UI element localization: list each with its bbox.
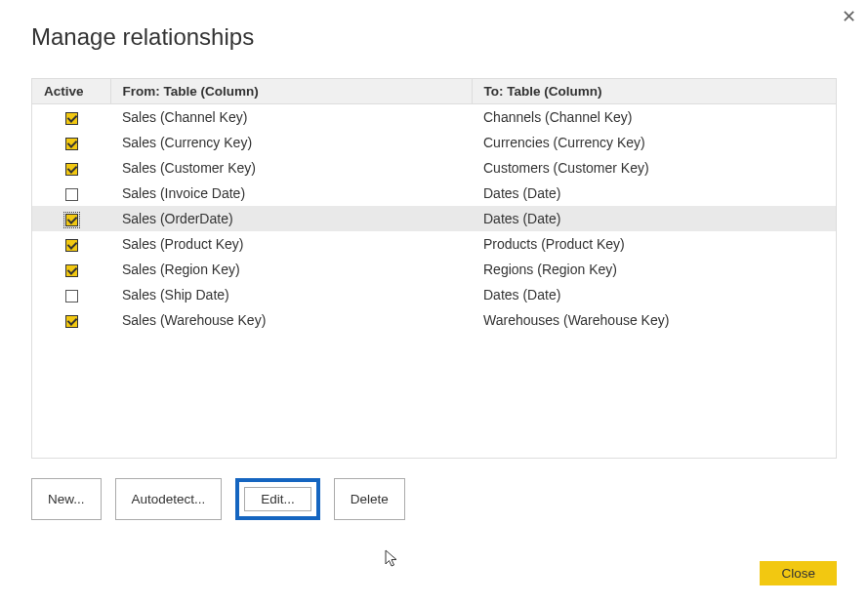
table-row[interactable]: Sales (Customer Key)Customers (Customer … <box>32 155 836 181</box>
from-cell: Sales (Customer Key) <box>110 155 472 181</box>
autodetect-button[interactable]: Autodetect... <box>115 478 223 520</box>
from-cell: Sales (Region Key) <box>110 257 472 282</box>
to-cell: Dates (Date) <box>472 206 836 231</box>
to-cell: Products (Product Key) <box>472 231 836 257</box>
from-cell: Sales (Currency Key) <box>110 130 472 155</box>
to-cell: Customers (Customer Key) <box>472 155 836 181</box>
to-cell: Currencies (Currency Key) <box>472 130 836 155</box>
relationships-table: Active From: Table (Column) To: Table (C… <box>31 78 837 459</box>
table-row[interactable]: Sales (Region Key)Regions (Region Key) <box>32 257 836 282</box>
dialog-title: Manage relationships <box>0 0 868 51</box>
from-cell: Sales (Invoice Date) <box>110 181 472 206</box>
edit-highlight: Edit... <box>235 478 320 520</box>
close-button[interactable]: Close <box>760 561 837 585</box>
from-cell: Sales (Product Key) <box>110 231 472 257</box>
table-row[interactable]: Sales (Currency Key)Currencies (Currency… <box>32 130 836 155</box>
table-row[interactable]: Sales (Invoice Date)Dates (Date) <box>32 181 836 206</box>
to-cell: Warehouses (Warehouse Key) <box>472 307 836 333</box>
from-cell: Sales (Warehouse Key) <box>110 307 472 333</box>
active-checkbox[interactable] <box>65 315 78 328</box>
col-header-from[interactable]: From: Table (Column) <box>110 79 472 104</box>
new-button[interactable]: New... <box>31 478 102 520</box>
to-cell: Channels (Channel Key) <box>472 104 836 131</box>
to-cell: Dates (Date) <box>472 181 836 206</box>
table-row[interactable]: Sales (Channel Key)Channels (Channel Key… <box>32 104 836 131</box>
edit-button[interactable]: Edit... <box>244 487 311 511</box>
cursor-icon <box>385 549 400 569</box>
active-checkbox[interactable] <box>65 188 78 201</box>
from-cell: Sales (OrderDate) <box>110 206 472 231</box>
active-checkbox[interactable] <box>65 239 78 252</box>
active-checkbox[interactable] <box>65 163 78 176</box>
active-checkbox[interactable] <box>65 112 78 125</box>
active-checkbox[interactable] <box>65 138 78 150</box>
to-cell: Regions (Region Key) <box>472 257 836 282</box>
button-row: New... Autodetect... Edit... Delete <box>31 478 837 520</box>
active-checkbox[interactable] <box>65 290 78 302</box>
table-row[interactable]: Sales (Ship Date)Dates (Date) <box>32 282 836 307</box>
table-row[interactable]: Sales (Warehouse Key)Warehouses (Warehou… <box>32 307 836 333</box>
close-icon[interactable]: ✕ <box>842 6 856 27</box>
col-header-active[interactable]: Active <box>32 79 110 104</box>
from-cell: Sales (Channel Key) <box>110 104 472 131</box>
col-header-to[interactable]: To: Table (Column) <box>472 79 836 104</box>
table-row[interactable]: Sales (OrderDate)Dates (Date) <box>32 206 836 231</box>
delete-button[interactable]: Delete <box>334 478 405 520</box>
active-checkbox[interactable] <box>65 214 78 226</box>
to-cell: Dates (Date) <box>472 282 836 307</box>
active-checkbox[interactable] <box>65 264 78 277</box>
table-row[interactable]: Sales (Product Key)Products (Product Key… <box>32 231 836 257</box>
from-cell: Sales (Ship Date) <box>110 282 472 307</box>
